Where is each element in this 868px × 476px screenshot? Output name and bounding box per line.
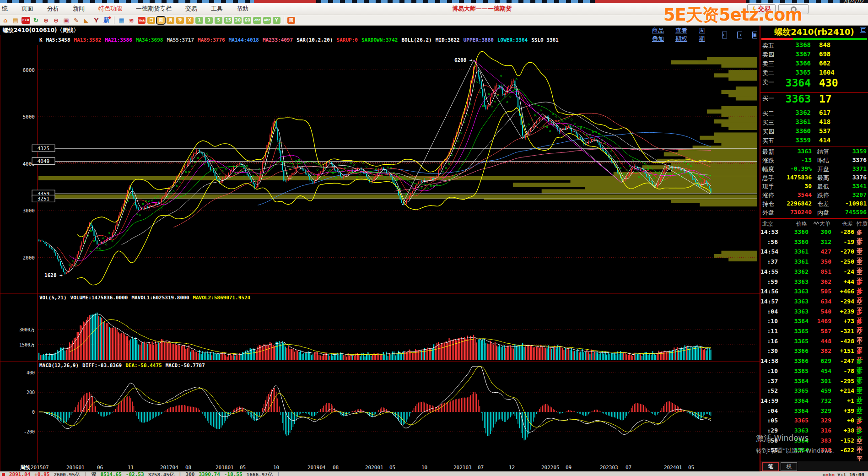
filter-icon[interactable]: Y <box>92 16 101 24</box>
period-15min[interactable]: 15 <box>224 17 232 24</box>
tick-row[interactable]: :373364301-295多平 <box>760 378 868 387</box>
period-day[interactable]: 日 <box>147 17 155 24</box>
tick-row[interactable]: 14:573363634-294空平 <box>760 298 868 308</box>
kline-icon[interactable]: ≋ <box>128 16 136 24</box>
tick-row[interactable]: :373361350-250空平 <box>760 258 868 268</box>
menu-item-8[interactable]: 帮助 <box>237 5 248 13</box>
bottom-status-bar: 2891.84+0.952600.95亿|深8514.65-82.533258.… <box>0 471 868 476</box>
menu-item-1[interactable]: 页面 <box>22 5 33 13</box>
indicator-value: DEA:-58.4475 <box>125 362 162 368</box>
tick-row[interactable]: :113365587-321空平 <box>760 328 868 337</box>
refresh-icon[interactable]: ↻ <box>32 16 40 24</box>
tick-volume: 312 <box>809 238 831 245</box>
period-month[interactable]: 月 <box>167 17 174 24</box>
overlay-icon[interactable]: ▣ <box>62 16 70 24</box>
chart-area[interactable]: 6000500040003000200043254049335932516208… <box>0 35 761 471</box>
period-60min[interactable]: 60 <box>243 17 251 24</box>
ask3-row[interactable]: 卖三3366662 <box>760 60 868 69</box>
tick-row[interactable]: :053365329+0多换 <box>760 417 868 427</box>
book-label: 买五 <box>762 137 774 145</box>
period-4hr[interactable]: 4hr <box>263 17 271 24</box>
menu-item-2[interactable]: 分析 <box>47 5 59 13</box>
ask5-row[interactable]: 卖五3368848 <box>760 41 868 50</box>
multi-window-icon[interactable]: 回 <box>287 17 295 24</box>
tick-volume: 459 <box>809 387 831 394</box>
period-1min[interactable]: 1 <box>195 17 203 24</box>
zoom-in-icon[interactable]: ⊕ <box>42 16 50 24</box>
bid4-row[interactable]: 买四3360537 <box>760 127 868 136</box>
restore-window-icon[interactable] <box>860 27 866 32</box>
bid3-row[interactable]: 买三3361418 <box>760 118 868 127</box>
period-year[interactable]: Y <box>273 17 280 24</box>
tick-time: :52 <box>760 387 778 394</box>
bid5-row[interactable]: 买五3359414 <box>760 136 868 146</box>
period-week[interactable]: 周 <box>157 17 165 24</box>
new-icon[interactable]: 新 <box>102 16 111 24</box>
bid1-row[interactable]: 买一336317 <box>760 94 868 108</box>
menu-item-7[interactable]: 工具 <box>211 5 223 13</box>
tick-row[interactable]: 14:543361427-270空平 <box>760 248 868 258</box>
tick-row[interactable]: 14:533360300-286多平 <box>760 228 868 238</box>
period-quarter[interactable]: 季 <box>176 17 184 24</box>
book-label: 卖一 <box>762 78 774 87</box>
period-5min[interactable]: 5 <box>215 17 222 24</box>
clock-time: 16:00 <box>849 472 864 476</box>
menu-item-0[interactable]: 统 <box>2 5 8 13</box>
tick-row[interactable]: :1033641469+73多开 <box>760 318 868 327</box>
bid2-row[interactable]: 买二3362617 <box>760 109 868 118</box>
home-icon[interactable]: ⌂ <box>1 16 10 24</box>
tick-row[interactable]: :523365459+214空开 <box>760 387 868 397</box>
x-axis-tick: 201507 <box>31 465 49 471</box>
indicator-value: SARDOWN:3742 <box>361 37 398 43</box>
draw-icon[interactable]: ✎ <box>72 16 81 24</box>
f10-icon[interactable]: F10 <box>22 17 30 24</box>
tab-option[interactable]: 权 <box>781 462 797 471</box>
period-custom[interactable]: X <box>186 17 194 24</box>
tick-volume: 448 <box>809 338 831 345</box>
report-icon[interactable]: ▤ <box>11 16 20 24</box>
tick-row[interactable]: :303366382+151多开 <box>760 347 868 357</box>
tick-row[interactable]: 14:563363505+466多开 <box>760 288 868 298</box>
trend-line <box>474 60 622 183</box>
tick-row[interactable]: :103365454-78多平 <box>760 368 868 377</box>
tick-oi-delta: -321 <box>831 328 854 335</box>
period-2hr[interactable]: 2hr <box>253 17 261 24</box>
tick-row[interactable]: 14:583366629-247多平 <box>760 357 868 367</box>
info-value: 3363 <box>779 148 812 155</box>
menu-item-4[interactable]: 特色功能 <box>98 5 122 13</box>
ask1-row[interactable]: 卖一3364430 <box>760 78 868 92</box>
tick-time: 14:55 <box>760 268 778 275</box>
tick-row[interactable]: :563360312-19多平 <box>760 238 868 248</box>
tab-pen[interactable]: 笔 <box>762 462 779 471</box>
menu-item-6[interactable]: 交易 <box>185 5 197 13</box>
ask2-row[interactable]: 卖二33651604 <box>760 69 868 78</box>
tick-price: 3363 <box>786 308 809 315</box>
tick-time: 14:53 <box>760 228 778 235</box>
layout-icon[interactable]: ▦ <box>118 16 126 24</box>
tick-col-bigorder: 大单 <box>819 220 830 228</box>
tick-row[interactable]: 14:553362851-24空平 <box>760 268 868 278</box>
ask4-row[interactable]: 卖四3367698 <box>760 50 868 60</box>
period-3min[interactable]: 3 <box>205 17 213 24</box>
book-volume: 1604 <box>819 69 835 76</box>
tick-row[interactable]: :163365448-428空平 <box>760 338 868 347</box>
tick-row[interactable]: :593363362+44多开 <box>760 278 868 288</box>
indicator-value: VOLUME:1475836.0000 <box>70 295 128 301</box>
info-row: 幅度-0.39%开盘3371 <box>760 165 868 174</box>
zoom-out-icon[interactable]: ⊖ <box>52 16 60 24</box>
x-axis-tick: 10 <box>421 465 427 471</box>
tick-row[interactable]: :043364329+39空开 <box>760 407 868 417</box>
tick-period[interactable]: Tick <box>138 17 146 24</box>
strength-bar <box>761 38 867 40</box>
book-volume: 430 <box>819 77 838 89</box>
tick-volume: 383 <box>809 437 831 444</box>
period-30min[interactable]: 30 <box>234 17 242 24</box>
menu-item-5[interactable]: 一德期货专栏 <box>136 5 172 13</box>
menu-item-3[interactable]: 新闻 <box>73 5 85 13</box>
book-volume: 848 <box>819 41 830 49</box>
tick-row[interactable]: 14:593364732+1空开 <box>760 397 868 407</box>
tick-row[interactable]: :043363540+239多开 <box>760 308 868 318</box>
tick-price: 3365 <box>786 387 809 394</box>
book-price: 3367 <box>795 50 811 58</box>
alert-icon[interactable]: ◣ <box>82 16 91 24</box>
